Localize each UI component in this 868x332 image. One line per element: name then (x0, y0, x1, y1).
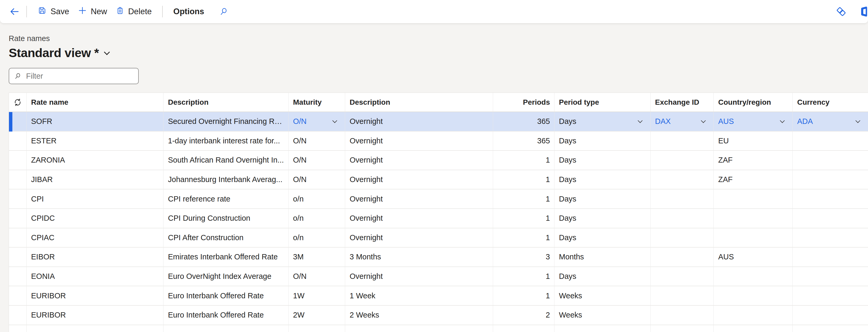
chevron-down-icon[interactable] (855, 119, 860, 123)
table-row[interactable]: EIBOREmirates Interbank Offered Rate3M3 … (9, 247, 868, 267)
cell-period_type[interactable]: Weeks (554, 286, 651, 306)
cell-currency[interactable] (793, 132, 868, 151)
cell-description2[interactable]: Overnight (345, 170, 493, 190)
column-header-currency[interactable]: Currency (793, 93, 868, 112)
cell-country_region[interactable]: ZAF (714, 151, 793, 170)
cell-periods[interactable]: 3 (493, 247, 554, 267)
cell-country_region[interactable]: EU (714, 132, 793, 151)
cell-maturity[interactable] (288, 325, 345, 332)
cell-description[interactable]: Euro Interbank Offered Rate (163, 286, 288, 306)
table-row[interactable]: EURIBOREuro Interbank Offered Rate1W1 We… (9, 286, 868, 306)
cell-rate_name[interactable]: SOFR (27, 112, 163, 132)
cell-periods[interactable]: 1 (493, 267, 554, 287)
cell-rate_name[interactable]: CPIDC (27, 209, 163, 228)
cell-rate_name[interactable] (27, 325, 163, 332)
cell-period_type[interactable]: Days (554, 228, 651, 248)
cell-country_region[interactable]: AUS (714, 112, 793, 132)
cell-description2[interactable]: Overnight (345, 151, 493, 170)
cell-maturity[interactable]: O/N (288, 170, 345, 190)
cell-currency[interactable] (793, 190, 868, 209)
cell-period_type[interactable]: Days (554, 170, 651, 190)
dynamics-icon[interactable] (835, 6, 847, 18)
cell-rate_name[interactable]: EIBOR (27, 247, 163, 267)
cell-rate_name[interactable]: CPIAC (27, 228, 163, 248)
save-button[interactable]: Save (33, 3, 73, 20)
back-button[interactable] (9, 6, 20, 17)
cell-description2[interactable] (345, 325, 493, 332)
table-row[interactable] (9, 325, 868, 332)
cell-currency[interactable] (793, 247, 868, 267)
cell-period_type[interactable]: Days (554, 132, 651, 151)
row-selector-cell[interactable] (9, 286, 27, 306)
table-row[interactable]: EONIAEuro OverNight Index AverageO/NOver… (9, 267, 868, 287)
options-menu[interactable]: Options (169, 4, 208, 19)
table-row[interactable]: CPICPI reference rateo/nOvernight1Days (9, 190, 868, 209)
cell-periods[interactable]: 1 (493, 190, 554, 209)
cell-description2[interactable]: 3 Months (345, 247, 493, 267)
cell-maturity[interactable]: O/N (288, 151, 345, 170)
cell-period_type[interactable]: Days (554, 151, 651, 170)
cell-rate_name[interactable]: EURIBOR (27, 286, 163, 306)
column-header-periods[interactable]: Periods (493, 93, 554, 112)
search-button[interactable] (219, 7, 229, 16)
table-row[interactable]: EURIBOREuro Interbank Offered Rate2W2 We… (9, 306, 868, 325)
filter-input[interactable] (26, 72, 133, 80)
cell-exchange_id[interactable]: DAX (651, 112, 714, 132)
cell-maturity[interactable]: O/N (288, 132, 345, 151)
cell-periods[interactable]: 365 (493, 132, 554, 151)
cell-rate_name[interactable]: CPI (27, 190, 163, 209)
cell-country_region[interactable] (714, 286, 793, 306)
column-header-rate_name[interactable]: Rate name (27, 93, 163, 112)
cell-country_region[interactable] (714, 325, 793, 332)
cell-periods[interactable]: 2 (493, 306, 554, 325)
cell-exchange_id[interactable] (651, 286, 714, 306)
column-header-period_type[interactable]: Period type (554, 93, 651, 112)
table-row[interactable]: ZARONIASouth African Rand Overnight In..… (9, 151, 868, 170)
cell-currency[interactable]: ADA (793, 112, 868, 132)
table-row[interactable]: SOFRSecured Overnight Financing RateO/NO… (9, 112, 868, 132)
row-selector-cell[interactable] (9, 190, 27, 209)
view-selector[interactable]: Standard view * (9, 45, 109, 60)
cell-period_type[interactable]: Months (554, 247, 651, 267)
chevron-down-icon[interactable] (638, 119, 642, 123)
cell-rate_name[interactable]: EONIA (27, 267, 163, 287)
cell-currency[interactable] (793, 325, 868, 332)
row-selector-cell[interactable] (9, 325, 27, 332)
cell-description[interactable]: CPI During Construction (163, 209, 288, 228)
cell-maturity[interactable]: o/n (288, 190, 345, 209)
cell-description2[interactable]: Overnight (345, 190, 493, 209)
cell-maturity[interactable]: 1W (288, 286, 345, 306)
cell-maturity[interactable]: 3M (288, 247, 345, 267)
row-selector-cell[interactable] (9, 306, 27, 325)
delete-button[interactable]: Delete (111, 3, 156, 20)
cell-maturity[interactable]: 2W (288, 306, 345, 325)
cell-maturity[interactable]: o/n (288, 228, 345, 248)
row-selector-cell[interactable] (9, 170, 27, 190)
cell-currency[interactable] (793, 151, 868, 170)
cell-description2[interactable]: Overnight (345, 267, 493, 287)
chevron-down-icon[interactable] (332, 119, 337, 123)
cell-rate_name[interactable]: ZARONIA (27, 151, 163, 170)
new-button[interactable]: New (73, 3, 111, 20)
cell-period_type[interactable]: Days (554, 209, 651, 228)
table-row[interactable]: CPIDCCPI During Constructiono/nOvernight… (9, 209, 868, 228)
row-selector-cell[interactable] (9, 228, 27, 248)
row-selector-cell[interactable] (9, 132, 27, 151)
cell-exchange_id[interactable] (651, 267, 714, 287)
cell-description[interactable]: Emirates Interbank Offered Rate (163, 247, 288, 267)
cell-period_type[interactable] (554, 325, 651, 332)
cell-description[interactable]: CPI reference rate (163, 190, 288, 209)
cell-country_region[interactable] (714, 306, 793, 325)
cell-currency[interactable] (793, 286, 868, 306)
cell-period_type[interactable]: Days (554, 267, 651, 287)
column-header-maturity[interactable]: Maturity (288, 93, 345, 112)
cell-rate_name[interactable]: ESTER (27, 132, 163, 151)
office-icon[interactable] (859, 5, 868, 18)
cell-periods[interactable] (493, 325, 554, 332)
cell-description2[interactable]: 1 Week (345, 286, 493, 306)
cell-country_region[interactable] (714, 190, 793, 209)
cell-periods[interactable]: 1 (493, 228, 554, 248)
cell-maturity[interactable]: O/N (288, 112, 345, 132)
column-header-description2[interactable]: Description (345, 93, 493, 112)
column-header-exchange_id[interactable]: Exchange ID (651, 93, 714, 112)
